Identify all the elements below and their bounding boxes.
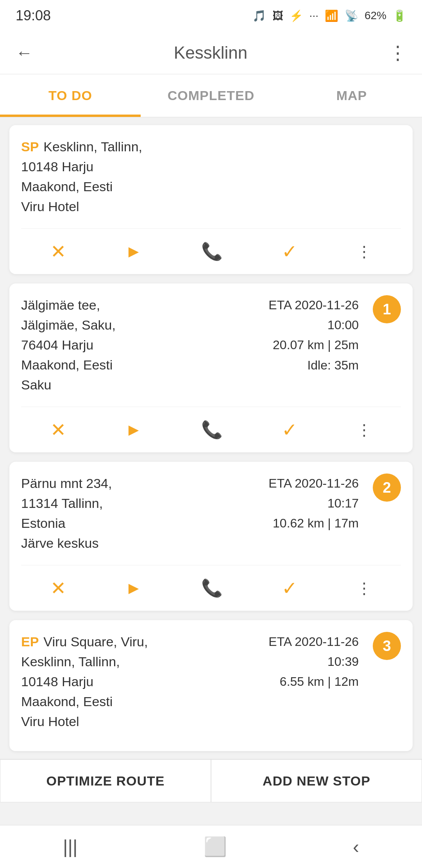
nav-recents-icon[interactable]: ||| — [63, 836, 77, 857]
navigate-button-2[interactable]: ► — [117, 574, 150, 602]
optimize-route-button[interactable]: OPTIMIZE ROUTE — [0, 759, 211, 802]
header: ← Kessklinn ⋮ — [0, 31, 422, 74]
check-button-2[interactable]: ✓ — [274, 573, 305, 603]
card-ep-badge: 3 — [373, 632, 401, 660]
activity-icon: ⚡ — [290, 9, 303, 22]
navigate-icon-1: ► — [125, 420, 142, 439]
cancel-button-2[interactable]: ✕ — [43, 573, 74, 603]
status-icons: 🎵 🖼 ⚡ ··· 📶 📡 62% 🔋 — [252, 9, 406, 22]
card-ep-address: EPViru Square, Viru,Kesklinn, Tallinn,10… — [21, 632, 261, 732]
check-icon-1: ✓ — [282, 419, 297, 441]
more-icon-1: ⋮ — [356, 421, 372, 439]
x-icon-1: ✕ — [50, 419, 66, 441]
image-icon: 🖼 — [272, 9, 283, 22]
x-icon-2: ✕ — [50, 577, 66, 599]
bottom-buttons: OPTIMIZE ROUTE ADD NEW STOP — [0, 759, 422, 802]
cancel-button-1[interactable]: ✕ — [43, 415, 74, 445]
nav-home-icon[interactable]: ⬜ — [204, 836, 227, 858]
battery-icon: 🔋 — [393, 9, 406, 22]
card-1-actions: ✕ ► 📞 ✓ ⋮ — [21, 407, 401, 445]
card-1-eta: ETA 2020-11-2610:0020.07 km | 25mIdle: 3… — [268, 295, 359, 375]
signal-icon: 📡 — [345, 9, 358, 22]
x-icon: ✕ — [50, 240, 66, 262]
battery-level: 62% — [365, 9, 386, 22]
status-bar: 19:08 🎵 🖼 ⚡ ··· 📶 📡 62% 🔋 — [0, 0, 422, 31]
tabs: TO DO COMPLETED MAP — [0, 74, 422, 117]
card-2: Pärnu mnt 234,11314 Tallinn,EstoniaJärve… — [9, 462, 413, 611]
card-sp-address: SPKesklinn, Tallinn,10148 HarjuMaakond, … — [21, 137, 401, 217]
check-button-1[interactable]: ✓ — [274, 415, 305, 445]
music-icon: 🎵 — [252, 9, 266, 22]
check-button[interactable]: ✓ — [274, 237, 305, 266]
tab-completed[interactable]: COMPLETED — [141, 74, 281, 117]
card-ep-eta: ETA 2020-11-2610:396.55 km | 12m — [268, 632, 359, 692]
navigate-button-1[interactable]: ► — [117, 416, 150, 443]
dots-icon: ··· — [309, 9, 318, 22]
phone-icon-1: 📞 — [201, 420, 223, 440]
phone-icon: 📞 — [201, 241, 223, 262]
cancel-button[interactable]: ✕ — [43, 237, 74, 266]
card-sp: SPKesklinn, Tallinn,10148 HarjuMaakond, … — [9, 125, 413, 274]
card-1: Jälgimäe tee,Jälgimäe, Saku,76404 HarjuM… — [9, 283, 413, 452]
card-ep-label: EP — [21, 634, 39, 649]
tab-todo[interactable]: TO DO — [0, 74, 141, 117]
phone-icon-2: 📞 — [201, 578, 223, 598]
more-icon: ⋮ — [356, 242, 372, 260]
content-area: SPKesklinn, Tallinn,10148 HarjuMaakond, … — [0, 117, 422, 759]
more-options-button-2[interactable]: ⋮ — [349, 575, 379, 601]
phone-button-1[interactable]: 📞 — [193, 416, 231, 444]
card-1-body: Jälgimäe tee,Jälgimäe, Saku,76404 HarjuM… — [21, 295, 401, 395]
navigate-icon-2: ► — [125, 578, 142, 598]
card-sp-body: SPKesklinn, Tallinn,10148 HarjuMaakond, … — [21, 137, 401, 217]
card-2-eta: ETA 2020-11-2610:1710.62 km | 17m — [268, 473, 359, 534]
wifi-icon: 📶 — [325, 9, 338, 22]
card-1-address: Jälgimäe tee,Jälgimäe, Saku,76404 HarjuM… — [21, 295, 261, 395]
nav-bar: ||| ⬜ ‹ — [0, 825, 422, 868]
check-icon-2: ✓ — [282, 577, 297, 599]
more-options-button[interactable]: ⋮ — [349, 239, 379, 264]
card-2-badge: 2 — [373, 473, 401, 502]
card-2-body: Pärnu mnt 234,11314 Tallinn,EstoniaJärve… — [21, 473, 401, 553]
navigate-icon: ► — [125, 242, 142, 261]
tab-map[interactable]: MAP — [281, 74, 422, 117]
card-ep-body: EPViru Square, Viru,Kesklinn, Tallinn,10… — [21, 632, 401, 732]
page-title: Kessklinn — [174, 43, 247, 63]
back-button[interactable]: ← — [16, 43, 33, 63]
card-sp-actions: ✕ ► 📞 ✓ ⋮ — [21, 228, 401, 266]
more-icon-2: ⋮ — [356, 579, 372, 597]
card-2-address: Pärnu mnt 234,11314 Tallinn,EstoniaJärve… — [21, 473, 261, 553]
more-options-button-1[interactable]: ⋮ — [349, 417, 379, 443]
status-time: 19:08 — [16, 7, 51, 24]
card-1-badge: 1 — [373, 295, 401, 323]
card-2-actions: ✕ ► 📞 ✓ ⋮ — [21, 565, 401, 603]
add-new-stop-button[interactable]: ADD NEW STOP — [211, 759, 422, 802]
check-icon: ✓ — [282, 240, 297, 262]
card-ep: EPViru Square, Viru,Kesklinn, Tallinn,10… — [9, 620, 413, 751]
phone-button-2[interactable]: 📞 — [193, 574, 231, 602]
more-button[interactable]: ⋮ — [388, 42, 406, 64]
nav-back-icon[interactable]: ‹ — [353, 836, 359, 857]
card-sp-label: SP — [21, 139, 39, 154]
phone-button[interactable]: 📞 — [193, 237, 231, 265]
navigate-button[interactable]: ► — [117, 238, 150, 265]
